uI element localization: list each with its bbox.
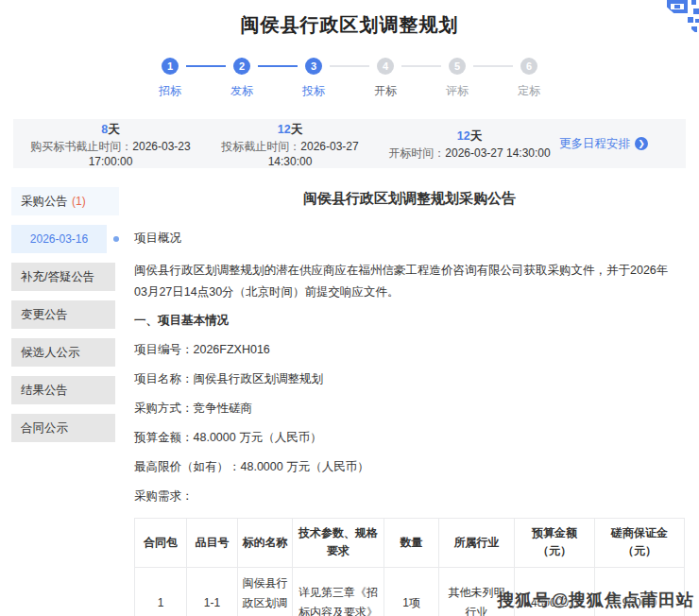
field-row-project-name: 项目名称：闽侯县行政区划调整规划 [134,371,685,387]
more-schedule-label: 更多日程安排 [559,136,630,152]
table-cell-item-number: 1-1 [187,567,238,616]
stepper-connector [473,65,513,67]
table-header-row: 合同包 品目号 标的名称 技术参数、规格要求 数量 所属行业 预算金额（元） 磋… [135,519,685,567]
field-label: 项目编号： [134,343,194,356]
step-circle: 6 [520,58,537,75]
schedule-days: 8天 [21,120,200,139]
days-unit: 天 [108,123,120,136]
step-dingbiao: 6 定标 [513,58,545,99]
step-pingbiao: 5 评标 [441,58,473,99]
sidebar-item-change-announcement[interactable]: 变更公告 [11,300,115,329]
field-value: 竞争性磋商 [194,402,253,415]
content: 采购公告(1) 2026-03-16 补充/答疑公告 变更公告 候选人公示 结果… [0,187,699,616]
step-label: 开标 [374,83,397,99]
step-fabiao: 2 发标 [226,58,258,99]
schedule-bar: 8天 购买标书截止时间：2026-03-23 17:00:00 12天 投标截止… [13,119,686,168]
days-value: 12 [457,129,470,143]
stepper-connector [401,65,441,67]
sidebar-item-purchase-announcement[interactable]: 采购公告(1) [11,187,119,215]
field-label: 采购方式： [134,402,194,415]
schedule-days: 12天 [200,120,380,139]
main-content: 闽侯县行政区划调整规划采购公告 项目概况 闽侯县行政区划调整规划的潜在供应商应在… [125,187,699,616]
field-label: 最高限价（如有）： [134,460,241,473]
schedule-label: 购买标书截止时间： [30,140,132,153]
step-label: 评标 [446,83,469,99]
table-cell-subject-name: 闽侯县行政区划调整规划 [238,567,293,616]
step-kaibiao: 4 开标 [369,58,401,99]
schedule-item-opening-time: 12天 开标时间：2026-03-27 14:30:00 [380,127,559,162]
step-label: 招标 [159,83,181,99]
schedule-meta: 投标截止时间：2026-03-27 14:30:00 [200,139,380,168]
sidebar-item-label: 合同公示 [21,421,68,435]
sidebar-item-supplement-announcement[interactable]: 补充/答疑公告 [11,263,115,291]
step-circle: 3 [305,58,322,75]
overview-text: 闽侯县行政区划调整规划的潜在供应商应在福州信豪工程造价咨询有限公司获取采购文件，… [134,260,679,303]
sidebar-item-date[interactable]: 2026-03-16 [11,225,107,253]
field-label: 预算金额： [134,431,194,444]
table-header-cell: 所属行业 [439,519,515,567]
sidebar-item-label: 候选人公示 [21,346,80,359]
step-number: 5 [454,60,460,72]
days-unit: 天 [470,129,483,143]
table-cell-contract-package: 1 [135,567,187,616]
schedule-label: 投标截止时间： [221,140,300,153]
sidebar-item-candidate-publicity[interactable]: 候选人公示 [11,338,115,367]
days-unit: 天 [291,123,303,136]
table-header-cell: 标的名称 [238,519,293,567]
field-row-budget: 预算金额：48.0000 万元（人民币） [134,430,685,446]
more-schedule-link[interactable]: 更多日程安排 ❯ [559,136,678,152]
table-header-cell: 数量 [384,519,439,567]
stepper-connector [186,65,226,67]
sidebar-item-label: 采购公告 [21,195,68,208]
sidebar-item-contract-publicity[interactable]: 合同公示 [11,414,115,442]
sidebar-item-result-announcement[interactable]: 结果公告 [11,376,115,404]
step-circle: 2 [233,58,250,75]
date-label: 2026-03-16 [30,232,88,246]
page-title: 闽侯县行政区划调整规划 [0,0,699,38]
watermark: 搜狐号@搜狐焦点莆田站 [497,589,694,611]
table-cell-quantity: 1项 [384,567,439,616]
step-circle: 5 [449,58,466,75]
table-header-cell: 品目号 [187,519,238,567]
table-header-cell: 预算金额（元） [515,519,595,567]
field-row-project-number: 项目编号：2026FZXH016 [134,342,685,358]
step-circle: 4 [377,58,394,75]
schedule-days: 12天 [380,127,559,145]
field-row-procurement-method: 采购方式：竞争性磋商 [134,401,685,417]
step-number: 6 [526,60,532,72]
schedule-meta: 开标时间：2026-03-27 14:30:00 [380,145,559,162]
table-header-cell: 技术参数、规格要求 [293,519,384,567]
schedule-label: 开标时间： [388,146,445,160]
overview-heading: 项目概况 [134,231,685,247]
schedule-item-bid-deadline: 12天 投标截止时间：2026-03-27 14:30:00 [200,120,380,168]
step-circle: 1 [162,58,179,75]
step-label: 发标 [230,83,253,99]
step-zhaobiao: 1 招标 [154,58,186,99]
field-label: 项目名称： [134,372,194,385]
arrow-right-icon: ❯ [635,137,648,150]
step-number: 3 [311,60,316,72]
schedule-time: 2026-03-27 14:30:00 [445,146,550,160]
field-value: 2026FZXH016 [194,343,270,356]
table-header-cell: 磋商保证金（元） [595,519,685,567]
field-value: 48.0000 万元（人民币） [194,431,322,444]
stepper: 1 招标 2 发标 3 投标 4 开标 5 评标 6 定标 [0,58,699,99]
days-value: 12 [278,123,291,136]
sidebar-item-label: 补充/答疑公告 [21,270,94,283]
field-value: 闽侯县行政区划调整规划 [194,372,324,385]
demand-label: 采购需求： [134,488,685,505]
step-number: 4 [383,60,388,72]
section-heading: 一、项目基本情况 [134,313,685,329]
sidebar: 采购公告(1) 2026-03-16 补充/答疑公告 变更公告 候选人公示 结果… [0,187,125,452]
table-cell-tech-specs: 详见第三章《招标内容及要求》 [293,567,384,616]
step-label: 定标 [518,83,540,99]
field-row-max-price: 最高限价（如有）：48.0000 万元（人民币） [134,459,685,475]
sidebar-item-label: 变更公告 [21,308,68,321]
step-label: 投标 [302,83,325,99]
schedule-item-purchase-deadline: 8天 购买标书截止时间：2026-03-23 17:00:00 [21,120,200,168]
announcement-title: 闽侯县行政区划调整规划采购公告 [134,190,685,208]
sidebar-item-badge: (1) [72,195,86,208]
field-value: 48.0000 万元（人民币） [241,460,369,473]
step-toubiao: 3 投标 [298,58,330,99]
stepper-connector [330,65,369,67]
